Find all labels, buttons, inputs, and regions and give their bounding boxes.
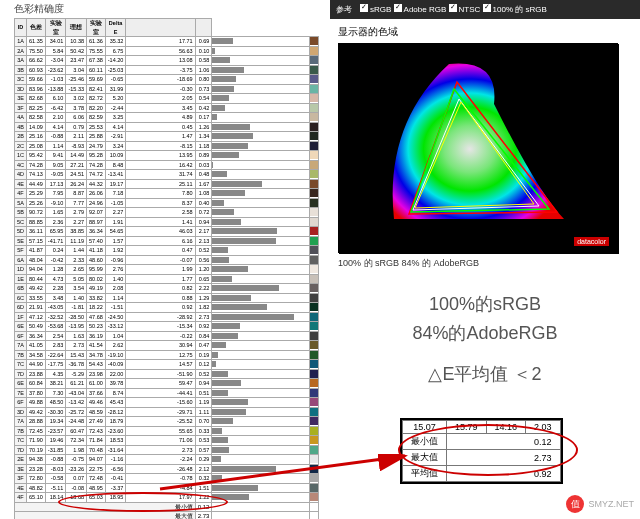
delta-bar [212, 276, 232, 282]
table-row: 3D83.96-13.88-15.3382.4131.99-0.300.73 [15, 84, 319, 94]
table-row: 4B14.094.140.7925.534.140.451.26 [15, 122, 319, 132]
table-row: 3C59.66-1.03-25.4659.69-0.65-18.690.80 [15, 75, 319, 85]
table-row: 7E37.807.30-43.0437.668.74-44.410.51 [15, 388, 319, 398]
color-swatch [310, 123, 318, 131]
color-swatch [310, 303, 318, 311]
delta-bar [212, 219, 240, 225]
table-row: 2A75.505.8450.4275.556.7556.630.10 [15, 46, 319, 56]
color-swatch [310, 246, 318, 254]
table-row: 6F49.8848.50-13.4249.4645.43-15.601.19 [15, 398, 319, 408]
delta-bar [212, 466, 276, 472]
color-swatch [310, 56, 318, 64]
table-row: 6C33.553.481.4033.821.140.881.29 [15, 293, 319, 303]
color-swatch [310, 132, 318, 140]
table-row: 6E50.49-53.68-13.9550.23-33.12-15.340.92 [15, 322, 319, 332]
big-srgb: 100%的sRGB [330, 290, 640, 319]
color-swatch [310, 161, 318, 169]
color-swatch [310, 379, 318, 387]
color-swatch [310, 493, 318, 501]
delta-bar [212, 418, 233, 424]
color-swatch [310, 427, 318, 435]
delta-bar [212, 371, 228, 377]
table-row: 5B90.721.652.7992.072.272.580.72 [15, 208, 319, 218]
table-row: 3B60.93-23.623.0460.11-25.03-3.751.06 [15, 65, 319, 75]
table-row: 1F47.12-32.52-28.5047.68-24.50-28.922.73 [15, 312, 319, 322]
delta-bar [212, 494, 249, 500]
watermark: 值 SMYZ.NET [566, 495, 634, 513]
color-swatch [310, 360, 318, 368]
col-header: Delta E [105, 19, 126, 37]
delta-bar [212, 447, 229, 453]
delta-bar [212, 95, 228, 101]
delta-bar [212, 390, 227, 396]
color-swatch [310, 180, 318, 188]
delta-bar [212, 200, 224, 206]
color-swatch [310, 94, 318, 102]
table-row: 4E44.4917.1326.2444.3219.1725.111.67 [15, 179, 319, 189]
summary-row: 最大值2.73 [15, 512, 319, 520]
legend-checkbox[interactable] [394, 4, 402, 12]
table-row: 3F72.80-0.580.0772.48-0.41-0.780.32 [15, 474, 319, 484]
table-row: 6D21.91-43.05-1.8118.22-1.510.921.82 [15, 303, 319, 313]
color-swatch [310, 284, 318, 292]
legend-checkbox[interactable] [483, 4, 491, 12]
accuracy-title: 色彩精确度 [14, 2, 319, 16]
legend-checkbox[interactable] [449, 4, 457, 12]
delta-bar [212, 314, 294, 320]
color-swatch [310, 237, 318, 245]
color-swatch [310, 332, 318, 340]
table-row: 3A66.62-3.0423.4767.38-14.2013.080.58 [15, 56, 319, 66]
color-swatch [310, 142, 318, 150]
delta-bar [212, 285, 279, 291]
delta-bar [212, 352, 218, 358]
table-row: 3E23.28-8.03-23.2622.75-6.56-26.482.12 [15, 464, 319, 474]
color-swatch [310, 199, 318, 207]
delta-bar [212, 361, 216, 367]
delta-bar [212, 247, 228, 253]
table-row: 5D36.1165.9538.8536.3454.6546.032.17 [15, 227, 319, 237]
table-row: 3E82.686.103.0282.725.202.050.54 [15, 94, 319, 104]
delta-bar [212, 67, 244, 73]
color-swatch [310, 313, 318, 321]
table-row: 1C95.429.4114.4995.2810.0913.950.89 [15, 151, 319, 161]
table-row: 4F25.297.958.8726.067.187.801.08 [15, 189, 319, 199]
legend-item: Adobe RGB [404, 5, 447, 14]
color-swatch [310, 85, 318, 93]
color-swatch [310, 66, 318, 74]
color-table: ID色差实验室理想实验室Delta E 1A61.3534.0110.3861.… [14, 18, 319, 519]
wm-badge: 值 [566, 495, 584, 513]
color-swatch [310, 446, 318, 454]
color-swatch [310, 484, 318, 492]
table-row: 4C74.289.0527.2174.288.4816.420.03 [15, 160, 319, 170]
table-row: 5E57.15-41.7111.1957.401.576.162.13 [15, 236, 319, 246]
legend-ref: 参考 [336, 4, 352, 15]
delta-bar [212, 333, 237, 339]
table-row: 4F65.1018.1418.6865.0318.9517.971.22 [15, 493, 319, 503]
table-row: 4E48.82-5.11-0.0848.95-3.37-4.841.51 [15, 483, 319, 493]
table-row: 7A28.8819.34-24.4827.4918.79-25.520.70 [15, 417, 319, 427]
color-swatch [310, 465, 318, 473]
delta-bar [212, 76, 236, 82]
table-row: 7D23.884.35-5.2923.9822.00-51.900.52 [15, 369, 319, 379]
callout-table: 15.0715.7914.162.03 最小值0.12最大值2.73平均值0.9… [400, 418, 563, 484]
legend-item: sRGB [370, 5, 391, 14]
color-swatch [310, 104, 318, 112]
delta-bar [212, 38, 233, 44]
color-swatch [310, 341, 318, 349]
delta-bar [212, 190, 244, 196]
table-row: 4D74.13-9.0524.5174.72-13.4131.740.48 [15, 170, 319, 180]
legend-item: 100% 的 sRGB [493, 5, 547, 14]
color-swatch [310, 265, 318, 273]
color-swatch [310, 398, 318, 406]
delta-bar [212, 456, 221, 462]
color-swatch [310, 351, 318, 359]
table-row: 1E80.444.735.0580.021.401.770.65 [15, 274, 319, 284]
color-swatch [310, 455, 318, 463]
color-swatch [310, 113, 318, 121]
gamut-title: 显示器的色域 [338, 25, 640, 39]
delta-bar [212, 238, 276, 244]
table-row: 2B25.16-0.882.1125.88-2.911.471.34 [15, 132, 319, 142]
table-row: 2E94.38-0.88-0.7594.07-1.16-2.240.29 [15, 455, 319, 465]
legend-checkbox[interactable] [360, 4, 368, 12]
big-adobergb: 84%的AdobeRGB [330, 319, 640, 348]
